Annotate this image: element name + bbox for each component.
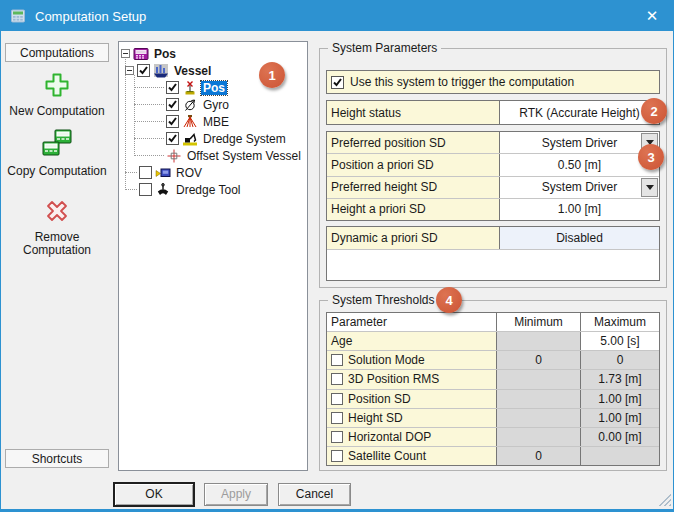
app-calculator-icon	[10, 8, 26, 24]
new-computation-button[interactable]: New Computation	[5, 71, 109, 118]
tree-item-label[interactable]: ROV	[174, 166, 204, 180]
tree-item-pos[interactable]: Pos	[121, 45, 307, 62]
title-bar: Computation Setup ✕	[1, 1, 673, 31]
threshold-checkbox[interactable]	[331, 431, 343, 443]
tree-connector-line	[134, 155, 164, 157]
threshold-maximum-cell[interactable]: 1.00 [m]	[581, 390, 659, 408]
threshold-parameter-cell: Height SD	[327, 409, 497, 427]
sd-row-preferred-height-sd: Preferred height SDSystem Driver	[327, 177, 659, 199]
thresholds-table: ParameterMinimumMaximumAge5.00 [s]Soluti…	[326, 312, 660, 466]
shortcuts-button[interactable]: Shortcuts	[5, 449, 109, 468]
threshold-parameter-cell: Age	[327, 332, 497, 350]
tree-checkbox[interactable]	[166, 132, 179, 145]
sd-row-dropdown[interactable]: System Driver	[500, 177, 659, 198]
threshold-parameter-label: 3D Position RMS	[348, 372, 439, 386]
tree-checkbox[interactable]	[139, 183, 152, 196]
threshold-minimum-cell[interactable]: 0	[497, 447, 581, 465]
collapse-expander-icon[interactable]	[125, 66, 134, 75]
tree-item-label[interactable]: Vessel	[172, 64, 213, 78]
ok-button[interactable]: OK	[114, 483, 194, 506]
remove-computation-button[interactable]: Remove Computation	[5, 197, 109, 257]
sd-row-value[interactable]: 1.00 [m]	[500, 199, 659, 220]
threshold-parameter-cell: Horizontal DOP	[327, 428, 497, 446]
tree-checkbox[interactable]	[166, 98, 179, 111]
threshold-minimum-cell[interactable]	[497, 428, 581, 446]
threshold-maximum-cell[interactable]: 1.00 [m]	[581, 409, 659, 427]
sd-settings-table: Preferred position SDSystem DriverPositi…	[326, 131, 660, 221]
threshold-maximum-cell[interactable]: 0	[581, 351, 659, 369]
chevron-down-icon[interactable]	[641, 178, 658, 197]
sd-row-value[interactable]: 0.50 [m]	[500, 154, 659, 175]
tree-item-label[interactable]: Gyro	[201, 98, 231, 112]
dynamic-sd-label: Dynamic a priori SD	[327, 227, 500, 249]
system-thresholds-title: System Thresholds	[328, 293, 439, 307]
copy-computation-button[interactable]: Copy Computation	[5, 129, 109, 178]
threshold-maximum-cell[interactable]: 1.73 [m]	[581, 370, 659, 388]
annotation-callout-3: 3	[638, 144, 664, 170]
tree-item-label[interactable]: Dredge Tool	[174, 183, 243, 197]
trigger-computation-row: Use this system to trigger the computati…	[326, 70, 660, 94]
cancel-button[interactable]: Cancel	[278, 483, 351, 506]
tree-item-label[interactable]: Pos	[201, 81, 227, 95]
tree-item-label[interactable]: Pos	[152, 47, 178, 61]
tree-item-label[interactable]: MBE	[201, 115, 231, 129]
threshold-checkbox[interactable]	[331, 412, 343, 424]
tree-item-label[interactable]: Dredge System	[201, 132, 288, 146]
sd-row-label: Height a priori SD	[327, 199, 500, 220]
height-status-value[interactable]: RTK (Accurate Height)	[500, 101, 659, 124]
apply-button[interactable]: Apply	[204, 483, 268, 506]
threshold-maximum-cell[interactable]	[581, 447, 659, 465]
threshold-minimum-cell[interactable]: 0	[497, 351, 581, 369]
computation-calculator-icon	[133, 46, 149, 62]
height-status-row: Height status RTK (Accurate Height)	[326, 100, 660, 125]
close-icon[interactable]: ✕	[631, 1, 673, 31]
system-parameters-title: System Parameters	[328, 41, 441, 55]
threshold-parameter-label: Height SD	[348, 411, 403, 425]
tree-checkbox[interactable]	[166, 81, 179, 94]
tree-checkbox[interactable]	[139, 166, 152, 179]
thresholds-header-row: ParameterMinimumMaximum	[327, 313, 659, 332]
threshold-maximum-cell[interactable]: 5.00 [s]	[581, 332, 659, 350]
threshold-checkbox[interactable]	[331, 450, 343, 462]
dynamic-sd-value[interactable]: Disabled	[500, 227, 659, 249]
trigger-computation-label: Use this system to trigger the computati…	[350, 75, 574, 89]
tree-item-mbe[interactable]: MBE	[134, 113, 307, 130]
threshold-parameter-label: Age	[331, 334, 352, 348]
tree-item-dredge-system[interactable]: Dredge System	[134, 130, 307, 147]
annotation-callout-2: 2	[641, 98, 667, 124]
resize-grip[interactable]	[658, 493, 671, 506]
threshold-checkbox[interactable]	[331, 354, 343, 366]
trigger-computation-checkbox[interactable]	[331, 76, 344, 89]
tree-checkbox[interactable]	[166, 115, 179, 128]
collapse-expander-icon[interactable]	[121, 49, 130, 58]
threshold-row-solution-mode: Solution Mode00	[327, 351, 659, 370]
thresholds-column-header: Maximum	[581, 313, 659, 331]
computation-setup-dialog: Computation Setup ✕ Computations New Com…	[0, 0, 674, 512]
tree-item-offset-system-vessel[interactable]: Offset System Vessel	[134, 147, 307, 164]
threshold-minimum-cell[interactable]	[497, 409, 581, 427]
system-thresholds-group: System Thresholds ParameterMinimumMaximu…	[319, 300, 667, 471]
threshold-minimum-cell[interactable]	[497, 390, 581, 408]
tree-connector-line	[134, 87, 164, 89]
threshold-minimum-cell[interactable]	[497, 370, 581, 388]
threshold-minimum-cell[interactable]	[497, 332, 581, 350]
tree-item-label[interactable]: Offset System Vessel	[185, 149, 303, 163]
tree-connector-line	[125, 189, 137, 191]
tree-item-rov[interactable]: ROV	[125, 164, 307, 181]
rov-icon	[155, 165, 171, 181]
threshold-parameter-label: Satellite Count	[348, 449, 426, 463]
sd-row-value-text: System Driver	[542, 180, 617, 194]
tree-checkbox[interactable]	[137, 64, 150, 77]
tree-connector-line	[134, 138, 164, 140]
tree-item-dredge-tool[interactable]: Dredge Tool	[125, 181, 307, 198]
threshold-checkbox[interactable]	[331, 393, 343, 405]
threshold-checkbox[interactable]	[331, 373, 343, 385]
computations-header-button[interactable]: Computations	[5, 43, 109, 62]
tree-item-gyro[interactable]: Gyro	[134, 96, 307, 113]
sd-row-preferred-position-sd: Preferred position SDSystem Driver	[327, 132, 659, 154]
remove-x-icon	[43, 214, 71, 228]
sd-row-dropdown[interactable]: System Driver	[500, 132, 659, 153]
threshold-maximum-cell[interactable]: 0.00 [m]	[581, 428, 659, 446]
position-antenna-icon	[182, 80, 198, 96]
action-label: Remove Computation	[5, 231, 109, 257]
